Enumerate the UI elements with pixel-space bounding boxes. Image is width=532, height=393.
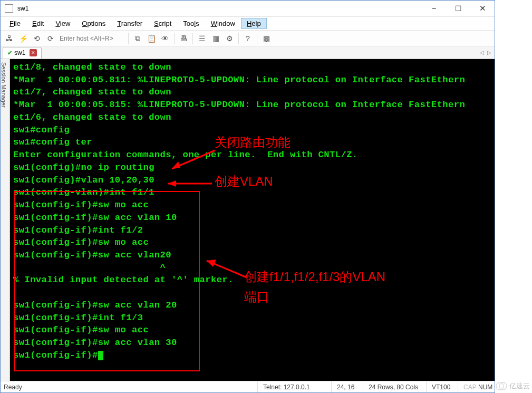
window-title: sw1 [17,5,422,12]
terminal[interactable]: et1/8, changed state to down *Mar 1 00:0… [10,59,495,381]
svg-point-7 [499,382,507,390]
menu-script[interactable]: Script [148,18,177,29]
find-icon[interactable]: 👁 [159,32,171,45]
toolbar: 🖧 ⚡ ⟲ ⟳ ⧉ 📋 👁 🖶 ☰ ▥ ⚙ ? ▩ [1,31,495,46]
menu-options[interactable]: Options [76,18,111,29]
menu-window[interactable]: Window [205,18,241,29]
menubar: File Edit View Options Transfer Script T… [1,17,495,31]
global-options-icon[interactable]: ⚙ [223,32,236,45]
menu-file[interactable]: File [4,18,26,29]
watermark: 亿速云 [496,381,530,391]
connect-icon[interactable]: 🖧 [3,32,16,45]
main-area: Session Manager et1/8, changed state to … [1,59,495,381]
menu-transfer[interactable]: Transfer [111,18,148,29]
menu-edit[interactable]: Edit [26,18,50,29]
menu-tools[interactable]: Tools [177,18,205,29]
host-input[interactable] [57,33,126,44]
reconnect-icon[interactable]: ⟲ [31,32,43,45]
status-telnet: Telnet: 127.0.0.1 [257,381,331,392]
properties-icon[interactable]: ☰ [196,32,208,45]
copy-icon[interactable]: ⧉ [131,32,144,45]
status-ready: Ready [1,381,257,392]
session-manager-sidetab[interactable]: Session Manager [1,59,10,381]
maximize-button[interactable]: ☐ [446,1,470,16]
status-position: 24, 16 [331,381,363,392]
status-size: 24 Rows, 80 Cols [363,381,426,392]
disconnect-icon[interactable]: ⟳ [44,32,57,45]
print-icon[interactable]: 🖶 [177,32,190,45]
tab-sw1[interactable]: ✔ sw1 ✕ [3,47,42,59]
tab-next-icon[interactable]: ▷ [487,50,491,55]
svg-point-6 [496,382,504,390]
status-caps: CAP NUM [458,381,495,392]
titlebar: sw1 − ☐ ✕ [1,1,495,17]
view-icon[interactable]: ▩ [260,32,273,45]
connected-icon: ✔ [7,50,12,56]
help-icon[interactable]: ? [241,32,254,45]
paste-icon[interactable]: 📋 [145,32,158,45]
close-button[interactable]: ✕ [470,1,495,16]
statusbar: Ready Telnet: 127.0.0.1 24, 16 24 Rows, … [1,381,495,392]
tab-prev-icon[interactable]: ◁ [480,50,484,55]
tabstrip: ✔ sw1 ✕ ◁ ▷ [1,46,495,59]
menu-view[interactable]: View [50,18,76,29]
minimize-button[interactable]: − [422,1,446,16]
app-window: sw1 − ☐ ✕ File Edit View Options Transfe… [0,0,495,393]
status-emulation: VT100 [426,381,458,392]
quick-connect-icon[interactable]: ⚡ [17,32,30,45]
tab-close-icon[interactable]: ✕ [30,49,37,56]
menu-help[interactable]: Help [241,18,267,29]
app-icon [5,4,13,13]
session-options-icon[interactable]: ▥ [209,32,222,45]
tab-label: sw1 [14,49,25,56]
